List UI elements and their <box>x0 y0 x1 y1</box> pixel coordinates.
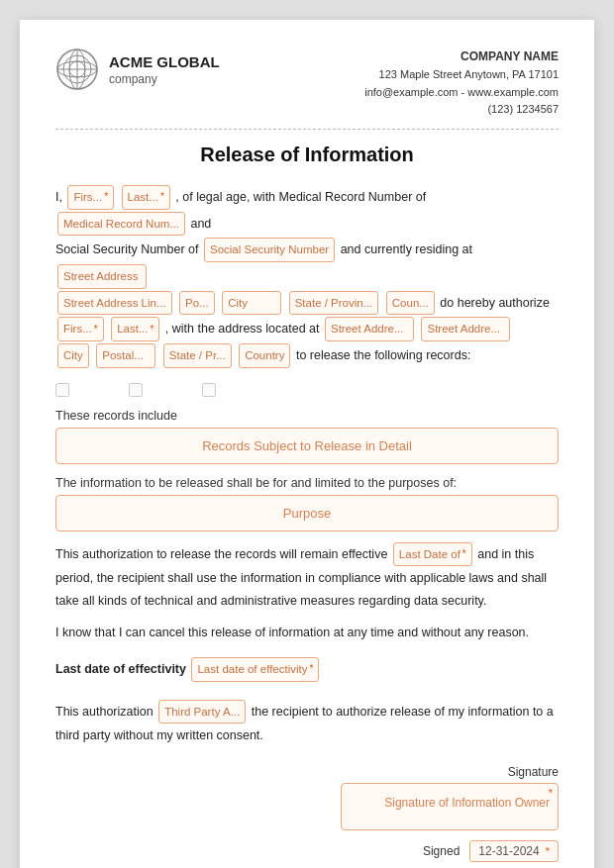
city2-field[interactable]: City <box>57 343 89 368</box>
header-divider <box>55 129 559 130</box>
company-sub: company <box>109 72 220 86</box>
last-date-effectivity-field[interactable]: Last date of effectivity* <box>191 657 319 682</box>
country2-field[interactable]: Country <box>239 343 290 368</box>
auth-street1-field[interactable]: Street Addre... <box>325 317 414 341</box>
last-date-effectivity-label: Last date of effectivity <box>55 662 186 676</box>
cancel-para: I know that I can cancel this release of… <box>55 622 559 644</box>
signature-section: Signature * Signature of Information Own… <box>55 765 559 862</box>
last-name-field[interactable]: Last...* <box>122 185 170 210</box>
first-name-field[interactable]: Firs...* <box>67 185 114 210</box>
company-logo <box>55 48 99 91</box>
state2-field[interactable]: State / Pr... <box>163 343 232 368</box>
company-title: COMPANY NAME <box>364 48 559 66</box>
checkbox-1[interactable] <box>55 383 69 397</box>
third-party-field[interactable]: Third Party A... <box>158 700 246 724</box>
records-include-label: These records include <box>55 409 559 423</box>
signature-field[interactable]: * Signature of Information Owner <box>341 783 559 830</box>
logo-area: ACME GLOBAL company <box>55 48 220 91</box>
signed-date-required: * <box>546 845 550 857</box>
checkbox-3[interactable] <box>202 383 216 397</box>
street-address-field[interactable]: Street Address <box>57 264 147 289</box>
para-i: I, <box>55 190 62 204</box>
state-field[interactable]: State / Provin... <box>289 291 379 316</box>
paragraph-1: I, Firs...* Last...* , of legal age, wit… <box>55 184 559 369</box>
signed-date-field[interactable]: 12-31-2024 * <box>469 840 559 862</box>
para-ssn: Social Security Number of <box>55 242 199 256</box>
street-address2-field[interactable]: Street Address Lin... <box>57 291 172 316</box>
last-date-effectivity-row: Last date of effectivity Last date of ef… <box>55 656 559 683</box>
signed-label: Signed <box>423 844 460 858</box>
purpose-field[interactable]: Purpose <box>55 495 559 531</box>
purpose-label: The information to be released shall be … <box>55 476 559 490</box>
document-title: Release of Information <box>55 144 559 166</box>
para-legal-age: , of legal age, with Medical Record Numb… <box>175 190 426 204</box>
last-date-field[interactable]: Last Date of* <box>393 542 472 567</box>
document-page: ACME GLOBAL company COMPANY NAME 123 Map… <box>20 20 594 868</box>
po-field[interactable]: Po... <box>179 291 215 316</box>
signature-placeholder: Signature of Information Owner <box>384 796 550 810</box>
checkboxes-row <box>55 383 559 397</box>
signed-row: Signed 12-31-2024 * <box>423 840 559 862</box>
address-line2: 123 Maple Street Anytown, PA 17101 <box>364 66 559 84</box>
medical-record-field[interactable]: Medical Record Num... <box>57 212 185 237</box>
sig-required: * <box>549 787 553 799</box>
address-line4: (123) 1234567 <box>364 101 559 119</box>
company-name: ACME GLOBAL <box>109 52 220 72</box>
postal-field[interactable]: Postal... <box>96 343 155 368</box>
signed-date-value: 12-31-2024 <box>478 844 539 858</box>
country-short-field[interactable]: Coun... <box>386 291 435 316</box>
checkbox-2[interactable] <box>129 383 143 397</box>
address-block: COMPANY NAME 123 Maple Street Anytown, P… <box>364 48 559 119</box>
ssn-field[interactable]: Social Security Number <box>204 238 335 262</box>
auth-street2-field[interactable]: Street Addre... <box>421 317 510 341</box>
city-field[interactable]: City <box>222 291 281 316</box>
third-party-para: This authorization Third Party A... the … <box>55 699 559 747</box>
signature-label: Signature <box>508 765 559 779</box>
auth-first-field[interactable]: Firs...* <box>57 317 104 341</box>
auth-last-field[interactable]: Last...* <box>111 317 159 341</box>
address-line3: info@example.com - www.example.com <box>364 84 559 102</box>
records-detail-field[interactable]: Records Subject to Release in Detail <box>55 428 559 464</box>
header: ACME GLOBAL company COMPANY NAME 123 Map… <box>55 48 559 119</box>
effectivity-para: This authorization to release the record… <box>55 541 559 613</box>
